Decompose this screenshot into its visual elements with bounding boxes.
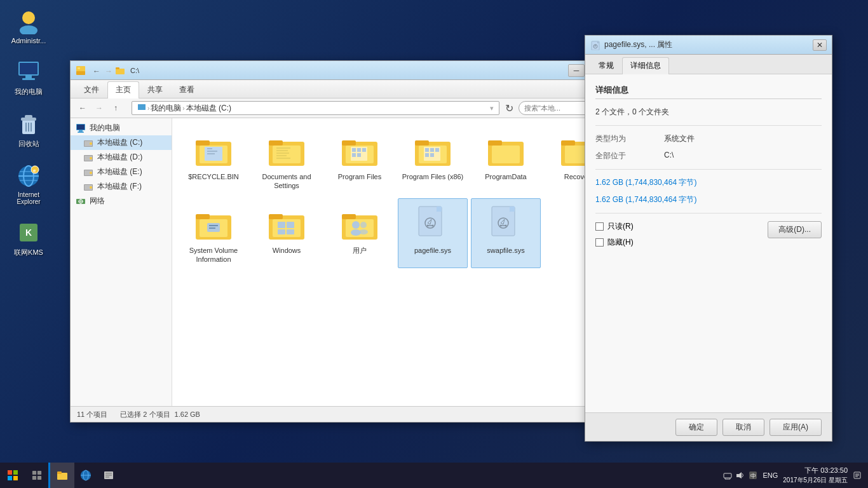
task-view-button[interactable] [25, 463, 48, 488]
notification-button[interactable] [853, 463, 862, 488]
prop-tab-details[interactable]: 详细信息 [622, 57, 669, 74]
file-item-system-volume[interactable]: System Volume Information [179, 198, 248, 269]
path-mypc[interactable]: 我的电脑 [151, 103, 181, 114]
desktop-icons: Administr... 我的电脑 [6, 6, 51, 260]
status-bar: 11 个项目 已选择 2 个项目 1.62 GB [71, 406, 625, 422]
file-name-program-files-x86: Program Files (x86) [402, 172, 464, 181]
file-mgr-taskbar-button[interactable] [97, 463, 120, 488]
svg-rect-83 [435, 148, 439, 152]
forward-button[interactable]: → [92, 101, 106, 115]
sidebar-item-f[interactable]: 本地磁盘 (F:) [71, 179, 172, 194]
svg-point-118 [432, 224, 434, 226]
svg-rect-74 [362, 148, 366, 152]
prop-divider-1 [595, 125, 822, 126]
network-icon [76, 196, 86, 207]
svg-text:中: 中 [750, 473, 756, 479]
desktop-icon-recycle[interactable]: 回收站 [6, 109, 51, 151]
file-item-swapfile[interactable]: swapfile.sys [471, 198, 541, 269]
prop-tab-general[interactable]: 常规 [590, 57, 622, 74]
documents-folder-icon [266, 129, 307, 170]
prop-type-value: 系统文件 [664, 133, 695, 144]
file-item-recycle-bin[interactable]: $RECYCLE.BIN [179, 125, 248, 195]
svg-text:→: → [105, 67, 112, 76]
prop-close-button[interactable]: ✕ [813, 39, 827, 51]
svg-rect-101 [278, 222, 285, 228]
tab-home[interactable]: 主页 [107, 81, 139, 98]
svg-rect-81 [425, 148, 429, 152]
back-button[interactable]: ← [76, 101, 90, 115]
prop-advanced-button[interactable]: 高级(D)... [768, 221, 822, 238]
prop-readonly-checkbox[interactable] [595, 222, 604, 231]
prop-cancel-button[interactable]: 取消 [722, 419, 764, 436]
tab-view[interactable]: 查看 [171, 81, 203, 98]
tray-clock[interactable]: 下午 03:23:50 2017年5月26日 星期五 [783, 466, 848, 484]
prop-readonly-row: 只读(R) [595, 221, 634, 232]
tab-share[interactable]: 共享 [139, 81, 171, 98]
breadcrumb: › 我的电脑 › 本地磁盘 (C:) [137, 103, 231, 114]
prop-title-bar: pagefile.sys, ... 属性 ✕ [585, 36, 832, 55]
address-path[interactable]: › 我的电脑 › 本地磁盘 (C:) ▾ [132, 101, 499, 115]
path-c[interactable]: 本地磁盘 (C:) [186, 103, 231, 114]
sidebar-e-label: 本地磁盘 (E:) [97, 166, 142, 177]
mypc-icon [16, 59, 41, 85]
desktop-icon-kms[interactable]: K 联网KMS [6, 217, 51, 260]
svg-rect-96 [209, 225, 218, 226]
prop-type-label: 类型均为 [595, 133, 659, 144]
prop-tabs: 常规 详细信息 [585, 55, 832, 74]
prop-row-type: 类型均为 系统文件 [595, 133, 822, 144]
sidebar-item-d[interactable]: 本地磁盘 (D:) [71, 150, 172, 165]
svg-rect-23 [76, 71, 85, 75]
svg-rect-90 [561, 140, 575, 146]
svg-rect-66 [276, 155, 287, 156]
svg-rect-85 [430, 153, 434, 157]
file-item-documents[interactable]: Documents and Settings [252, 125, 322, 195]
svg-rect-152 [105, 475, 112, 476]
file-item-pagefile[interactable]: pagefile.sys [398, 198, 468, 269]
file-item-program-files[interactable]: Program Files [325, 125, 395, 195]
svg-rect-73 [357, 148, 361, 152]
users-folder-icon [339, 203, 380, 243]
file-name-program-files: Program Files [338, 172, 381, 181]
desktop-icon-mypc[interactable]: 我的电脑 [6, 57, 51, 99]
prop-apply-button[interactable]: 应用(A) [770, 419, 822, 436]
start-button[interactable] [0, 463, 25, 488]
svg-point-117 [427, 224, 429, 226]
recycle-label: 回收站 [18, 139, 39, 149]
svg-rect-27 [116, 69, 125, 74]
prop-ok-button[interactable]: 确定 [675, 419, 717, 436]
svg-rect-65 [276, 152, 289, 154]
sidebar-item-mypc[interactable]: 我的电脑 [71, 121, 172, 135]
file-name-windows: Windows [273, 246, 301, 255]
prop-hidden-checkbox[interactable] [595, 238, 604, 247]
refresh-button[interactable]: ↻ [502, 101, 516, 115]
prop-section-title: 详细信息 [595, 85, 822, 99]
svg-point-110 [360, 222, 367, 228]
sidebar-f-label: 本地磁盘 (F:) [97, 181, 142, 192]
tab-file[interactable]: 文件 [76, 81, 107, 98]
up-button[interactable]: ↑ [109, 101, 123, 115]
file-item-windows[interactable]: Windows [252, 198, 322, 269]
ie-taskbar-button[interactable] [74, 463, 97, 488]
ribbon-tabs: 文件 主页 共享 查看 ? [71, 80, 625, 98]
file-item-users[interactable]: 用户 [325, 198, 395, 269]
prop-row-size-disk: 1.62 GB (1,744,830,464 字节) [595, 194, 822, 205]
svg-rect-5 [25, 76, 32, 78]
minimize-button[interactable]: ─ [568, 64, 585, 77]
file-item-programdata[interactable]: ProgramData [471, 125, 541, 195]
drive-f-icon [83, 182, 93, 192]
svg-rect-103 [278, 229, 285, 234]
svg-rect-59 [207, 153, 215, 154]
file-item-program-files-x86[interactable]: Program Files (x86) [398, 125, 468, 195]
sidebar-item-network[interactable]: 网络 [71, 194, 172, 208]
sidebar-network-label: 网络 [90, 196, 105, 207]
explorer-taskbar-button[interactable] [48, 463, 74, 488]
sidebar-item-e[interactable]: 本地磁盘 (E:) [71, 165, 172, 179]
prop-hidden-label: 隐藏(H) [607, 237, 634, 248]
file-name-system-volume: System Volume Information [182, 246, 245, 264]
desktop-icon-admin[interactable]: Administr... [6, 6, 51, 47]
sidebar-item-c[interactable]: 本地磁盘 (C:) [71, 135, 172, 150]
svg-text:e: e [33, 168, 36, 173]
svg-rect-61 [269, 140, 283, 146]
svg-rect-122 [510, 207, 515, 212]
desktop-icon-ie[interactable]: e Internet Explorer [6, 161, 51, 208]
